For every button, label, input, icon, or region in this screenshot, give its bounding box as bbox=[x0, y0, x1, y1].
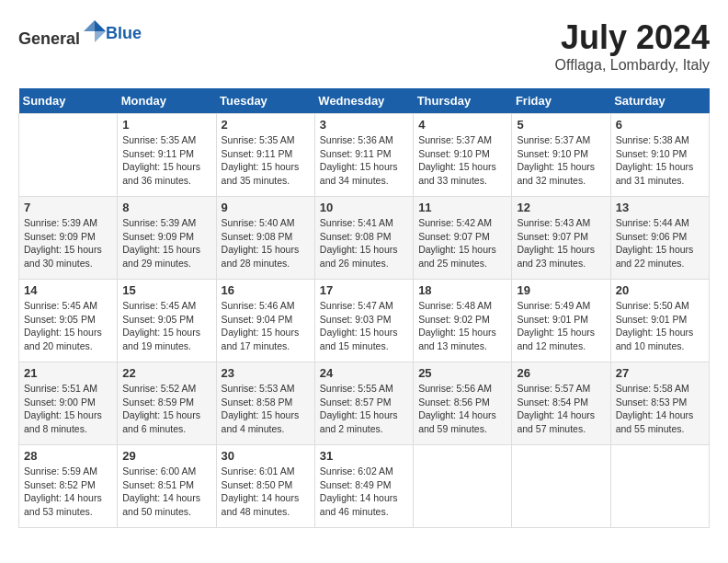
header-wednesday: Wednesday bbox=[314, 88, 413, 114]
location-subtitle: Offlaga, Lombardy, Italy bbox=[555, 57, 710, 74]
day-info: Sunrise: 6:02 AM Sunset: 8:49 PM Dayligh… bbox=[320, 465, 408, 519]
header-thursday: Thursday bbox=[414, 88, 512, 114]
calendar-week-row: 14Sunrise: 5:45 AM Sunset: 9:05 PM Dayli… bbox=[19, 280, 710, 362]
day-number: 23 bbox=[222, 366, 310, 380]
calendar-cell: 8Sunrise: 5:39 AM Sunset: 9:09 PM Daylig… bbox=[118, 197, 216, 280]
calendar-cell: 19Sunrise: 5:49 AM Sunset: 9:01 PM Dayli… bbox=[512, 280, 610, 362]
svg-marker-1 bbox=[95, 31, 106, 42]
day-info: Sunrise: 5:49 AM Sunset: 9:01 PM Dayligh… bbox=[517, 299, 605, 353]
calendar-cell: 12Sunrise: 5:43 AM Sunset: 9:07 PM Dayli… bbox=[512, 197, 610, 280]
day-info: Sunrise: 5:39 AM Sunset: 9:09 PM Dayligh… bbox=[24, 216, 112, 270]
day-number: 19 bbox=[517, 283, 605, 297]
day-number: 29 bbox=[122, 449, 210, 463]
calendar-cell: 23Sunrise: 5:53 AM Sunset: 8:58 PM Dayli… bbox=[216, 362, 314, 445]
day-info: Sunrise: 5:51 AM Sunset: 9:00 PM Dayligh… bbox=[24, 382, 112, 436]
calendar-cell: 24Sunrise: 5:55 AM Sunset: 8:57 PM Dayli… bbox=[314, 362, 413, 445]
day-info: Sunrise: 5:42 AM Sunset: 9:07 PM Dayligh… bbox=[418, 216, 506, 270]
calendar-cell bbox=[512, 445, 610, 528]
day-info: Sunrise: 5:35 AM Sunset: 9:11 PM Dayligh… bbox=[222, 133, 310, 188]
svg-marker-2 bbox=[84, 20, 95, 31]
month-year-title: July 2024 bbox=[555, 18, 710, 57]
day-number: 12 bbox=[517, 201, 605, 214]
header-monday: Monday bbox=[118, 88, 216, 114]
day-info: Sunrise: 5:38 AM Sunset: 9:10 PM Dayligh… bbox=[616, 133, 704, 188]
calendar-cell: 27Sunrise: 5:58 AM Sunset: 8:53 PM Dayli… bbox=[610, 362, 709, 445]
day-number: 10 bbox=[320, 201, 408, 214]
logo-blue-text: Blue bbox=[106, 24, 142, 43]
header-saturday: Saturday bbox=[610, 88, 709, 114]
day-info: Sunrise: 5:45 AM Sunset: 9:05 PM Dayligh… bbox=[24, 299, 112, 353]
calendar-cell: 6Sunrise: 5:38 AM Sunset: 9:10 PM Daylig… bbox=[610, 114, 709, 197]
calendar-cell: 3Sunrise: 5:36 AM Sunset: 9:11 PM Daylig… bbox=[314, 114, 413, 197]
day-info: Sunrise: 5:39 AM Sunset: 9:09 PM Dayligh… bbox=[122, 216, 210, 270]
day-info: Sunrise: 5:44 AM Sunset: 9:06 PM Dayligh… bbox=[616, 216, 704, 270]
calendar-cell: 7Sunrise: 5:39 AM Sunset: 9:09 PM Daylig… bbox=[19, 197, 118, 280]
calendar-cell: 31Sunrise: 6:02 AM Sunset: 8:49 PM Dayli… bbox=[314, 445, 413, 528]
day-info: Sunrise: 5:37 AM Sunset: 9:10 PM Dayligh… bbox=[517, 133, 605, 188]
header-tuesday: Tuesday bbox=[216, 88, 314, 114]
day-info: Sunrise: 5:47 AM Sunset: 9:03 PM Dayligh… bbox=[320, 299, 408, 353]
day-info: Sunrise: 5:56 AM Sunset: 8:56 PM Dayligh… bbox=[418, 382, 506, 436]
day-info: Sunrise: 5:53 AM Sunset: 8:58 PM Dayligh… bbox=[222, 382, 310, 436]
day-info: Sunrise: 5:46 AM Sunset: 9:04 PM Dayligh… bbox=[222, 299, 310, 353]
calendar-cell bbox=[414, 445, 512, 528]
calendar-header-row: Sunday Monday Tuesday Wednesday Thursday… bbox=[19, 88, 710, 114]
day-number: 25 bbox=[418, 366, 506, 380]
svg-marker-0 bbox=[95, 20, 106, 31]
day-info: Sunrise: 5:55 AM Sunset: 8:57 PM Dayligh… bbox=[320, 382, 408, 436]
day-number: 7 bbox=[24, 201, 112, 214]
day-number: 13 bbox=[616, 201, 704, 214]
day-number: 26 bbox=[517, 366, 605, 380]
calendar-cell: 16Sunrise: 5:46 AM Sunset: 9:04 PM Dayli… bbox=[216, 280, 314, 362]
calendar-cell: 9Sunrise: 5:40 AM Sunset: 9:08 PM Daylig… bbox=[216, 197, 314, 280]
day-info: Sunrise: 5:36 AM Sunset: 9:11 PM Dayligh… bbox=[320, 133, 408, 188]
day-info: Sunrise: 5:40 AM Sunset: 9:08 PM Dayligh… bbox=[222, 216, 310, 270]
calendar-week-row: 28Sunrise: 5:59 AM Sunset: 8:52 PM Dayli… bbox=[19, 445, 710, 528]
day-number: 8 bbox=[122, 201, 210, 214]
day-info: Sunrise: 6:00 AM Sunset: 8:51 PM Dayligh… bbox=[122, 465, 210, 519]
day-number: 4 bbox=[418, 118, 506, 132]
calendar-cell bbox=[610, 445, 709, 528]
day-number: 31 bbox=[320, 449, 408, 463]
day-number: 3 bbox=[320, 118, 408, 132]
calendar-cell: 20Sunrise: 5:50 AM Sunset: 9:01 PM Dayli… bbox=[610, 280, 709, 362]
logo-icon bbox=[82, 18, 108, 44]
day-number: 18 bbox=[418, 283, 506, 297]
calendar-cell: 29Sunrise: 6:00 AM Sunset: 8:51 PM Dayli… bbox=[118, 445, 216, 528]
page-header: General Blue July 2024 Offlaga, Lombardy… bbox=[18, 18, 710, 74]
calendar-cell: 17Sunrise: 5:47 AM Sunset: 9:03 PM Dayli… bbox=[314, 280, 413, 362]
day-number: 20 bbox=[616, 283, 704, 297]
day-info: Sunrise: 5:35 AM Sunset: 9:11 PM Dayligh… bbox=[122, 133, 210, 188]
day-number: 9 bbox=[222, 201, 310, 214]
day-info: Sunrise: 5:59 AM Sunset: 8:52 PM Dayligh… bbox=[24, 465, 112, 519]
calendar-cell: 4Sunrise: 5:37 AM Sunset: 9:10 PM Daylig… bbox=[414, 114, 512, 197]
calendar-cell: 25Sunrise: 5:56 AM Sunset: 8:56 PM Dayli… bbox=[414, 362, 512, 445]
calendar-cell: 15Sunrise: 5:45 AM Sunset: 9:05 PM Dayli… bbox=[118, 280, 216, 362]
day-number: 28 bbox=[24, 449, 112, 463]
day-number: 14 bbox=[24, 283, 112, 297]
day-info: Sunrise: 5:45 AM Sunset: 9:05 PM Dayligh… bbox=[122, 299, 210, 353]
calendar-cell: 13Sunrise: 5:44 AM Sunset: 9:06 PM Dayli… bbox=[610, 197, 709, 280]
day-info: Sunrise: 5:41 AM Sunset: 9:08 PM Dayligh… bbox=[320, 216, 408, 270]
calendar-cell: 1Sunrise: 5:35 AM Sunset: 9:11 PM Daylig… bbox=[118, 114, 216, 197]
calendar-cell bbox=[19, 114, 118, 197]
day-number: 22 bbox=[122, 366, 210, 380]
day-number: 27 bbox=[616, 366, 704, 380]
day-number: 24 bbox=[320, 366, 408, 380]
day-number: 30 bbox=[222, 449, 310, 463]
day-number: 21 bbox=[24, 366, 112, 380]
calendar-cell: 10Sunrise: 5:41 AM Sunset: 9:08 PM Dayli… bbox=[314, 197, 413, 280]
calendar-cell: 28Sunrise: 5:59 AM Sunset: 8:52 PM Dayli… bbox=[19, 445, 118, 528]
day-number: 15 bbox=[122, 283, 210, 297]
logo: General Blue bbox=[18, 18, 142, 49]
calendar-week-row: 21Sunrise: 5:51 AM Sunset: 9:00 PM Dayli… bbox=[19, 362, 710, 445]
calendar-cell: 26Sunrise: 5:57 AM Sunset: 8:54 PM Dayli… bbox=[512, 362, 610, 445]
calendar-week-row: 7Sunrise: 5:39 AM Sunset: 9:09 PM Daylig… bbox=[19, 197, 710, 280]
calendar-cell: 14Sunrise: 5:45 AM Sunset: 9:05 PM Dayli… bbox=[19, 280, 118, 362]
day-number: 16 bbox=[222, 283, 310, 297]
day-number: 11 bbox=[418, 201, 506, 214]
calendar-table: Sunday Monday Tuesday Wednesday Thursday… bbox=[18, 88, 710, 528]
calendar-cell: 22Sunrise: 5:52 AM Sunset: 8:59 PM Dayli… bbox=[118, 362, 216, 445]
day-number: 2 bbox=[222, 118, 310, 132]
title-area: July 2024 Offlaga, Lombardy, Italy bbox=[555, 18, 710, 74]
